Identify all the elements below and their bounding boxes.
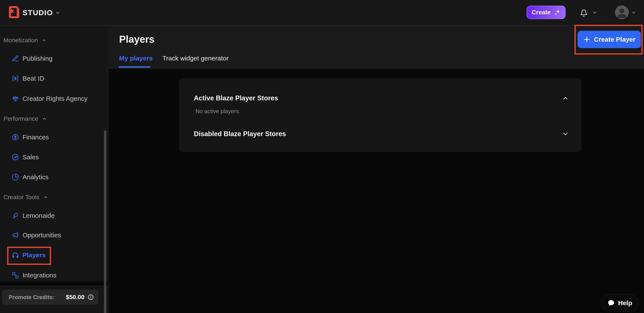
tab-my-players[interactable]: My players xyxy=(119,55,153,62)
sidebar-section-performance[interactable]: Performance xyxy=(4,112,47,125)
lemon-icon xyxy=(12,212,19,219)
sidebar-item-publishing[interactable]: Publishing xyxy=(0,52,108,65)
avatar-silhouette-icon xyxy=(615,6,629,19)
sidebar-item-players[interactable]: Players xyxy=(0,249,108,262)
promote-credits-label: Promote Credits: xyxy=(9,294,54,301)
promote-credits-bar: Promote Credits: $50.00 xyxy=(2,289,98,305)
section-label: Monetization xyxy=(4,37,38,44)
sidebar-item-opportunities[interactable]: Opportunities xyxy=(0,229,108,242)
player-stores-card: Active Blaze Player Stores No active pla… xyxy=(179,79,581,152)
sidebar-bottom-fade xyxy=(0,280,108,285)
avatar-chevron-down-icon[interactable] xyxy=(631,10,636,15)
beat-id-icon xyxy=(12,75,19,82)
sidebar-item-sales[interactable]: Sales xyxy=(0,151,108,164)
sidebar-item-lemonaide[interactable]: Lemonaide xyxy=(0,209,108,222)
headphones-icon xyxy=(12,251,19,259)
expand-chevron-down-icon[interactable] xyxy=(562,131,569,137)
page-header: Players My players Track widget generato… xyxy=(109,26,644,69)
section-label: Performance xyxy=(4,115,38,122)
help-label: Help xyxy=(618,299,632,307)
sidebar-section-creator-tools[interactable]: Creator Tools xyxy=(4,191,48,204)
chevron-up-icon xyxy=(43,195,48,200)
bell-chevron-down-icon[interactable] xyxy=(592,10,597,15)
pen-icon xyxy=(12,55,19,62)
brand-chevron-down-icon[interactable] xyxy=(55,10,61,16)
sidebar-scrollbar-thumb[interactable] xyxy=(104,131,106,313)
megaphone-icon xyxy=(12,231,19,239)
beatstars-logo-icon[interactable]: ★ xyxy=(9,6,19,18)
avatar[interactable] xyxy=(615,6,629,19)
active-stores-empty-text: No active players. xyxy=(196,108,240,115)
active-tab-underline xyxy=(119,66,150,68)
sidebar-item-finances[interactable]: Finances xyxy=(0,131,108,144)
dollar-circle-icon xyxy=(12,134,19,141)
chat-bubble-icon xyxy=(607,299,615,307)
brand-title: STUDIO xyxy=(22,9,53,17)
page-title: Players xyxy=(119,34,154,44)
active-stores-header[interactable]: Active Blaze Player Stores xyxy=(194,93,278,103)
pie-chart-icon xyxy=(12,173,19,181)
promote-credits-amount: $50.00 xyxy=(66,294,84,301)
collapse-chevron-up-icon[interactable] xyxy=(562,95,569,102)
sidebar-item-creator-rights-agency[interactable]: Creator Rights Agency xyxy=(0,92,108,105)
chevron-up-icon xyxy=(42,38,46,43)
sparkles-icon xyxy=(554,9,561,16)
sidebar: Monetization Publishing Beat ID xyxy=(0,26,108,313)
tab-track-widget-generator[interactable]: Track widget generator xyxy=(162,55,229,62)
plus-icon xyxy=(583,36,590,43)
scales-icon xyxy=(12,95,19,102)
top-bar: ★ STUDIO Create xyxy=(0,0,644,26)
sidebar-section-monetization[interactable]: Monetization xyxy=(4,34,46,47)
sales-trend-icon xyxy=(12,153,19,161)
sidebar-item-beat-id[interactable]: Beat ID xyxy=(0,72,108,85)
section-label: Creator Tools xyxy=(4,194,40,201)
create-player-label: Create Player xyxy=(594,36,636,43)
chevron-up-icon xyxy=(42,116,47,121)
help-button[interactable]: Help xyxy=(601,294,639,312)
info-icon[interactable] xyxy=(88,294,94,300)
integrations-icon xyxy=(12,272,19,279)
create-button-label: Create xyxy=(532,9,550,16)
create-button[interactable]: Create xyxy=(527,6,566,19)
sidebar-item-analytics[interactable]: Analytics xyxy=(0,171,108,184)
notifications-bell-icon[interactable] xyxy=(580,9,588,17)
disabled-stores-header[interactable]: Disabled Blaze Player Stores xyxy=(194,129,286,139)
create-player-button[interactable]: Create Player xyxy=(578,31,641,48)
